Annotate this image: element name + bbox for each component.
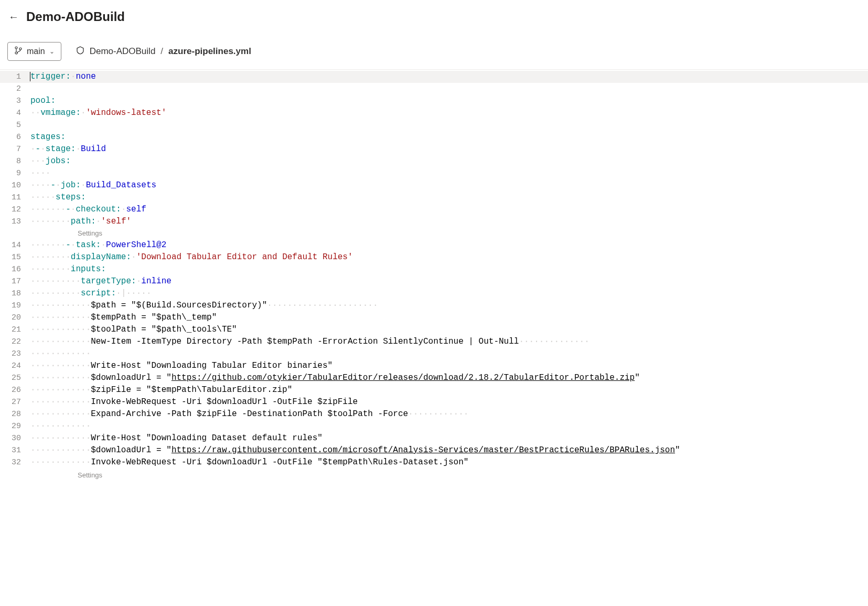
code-line[interactable]: 17··········targetType:·inline: [0, 275, 868, 288]
code-line[interactable]: 14·······-·task:·PowerShell@2: [0, 239, 868, 251]
code-line[interactable]: 10····-·job:·Build_Datasets: [0, 179, 868, 192]
branch-icon: [14, 46, 23, 57]
back-arrow-icon[interactable]: ←: [8, 11, 19, 23]
code-line[interactable]: 1 trigger:·none: [0, 71, 868, 83]
code-line[interactable]: 24············Write-Host "Downloading Ta…: [0, 360, 868, 372]
code-line[interactable]: 3pool:: [0, 95, 868, 107]
code-line[interactable]: 21············$toolPath = "$path\_tools\…: [0, 324, 868, 336]
code-line[interactable]: 27············Invoke-WebRequest -Uri $do…: [0, 396, 868, 408]
codelens-settings[interactable]: Settings: [0, 228, 868, 239]
code-line[interactable]: 23············: [0, 348, 868, 360]
breadcrumb-file: azure-pipelines.yml: [168, 46, 251, 57]
code-line[interactable]: 31············$downloadUrl = "https://ra…: [0, 444, 868, 456]
codelens-settings[interactable]: Settings: [0, 469, 868, 481]
code-line[interactable]: 25············$downloadUrl = "https://gi…: [0, 372, 868, 384]
code-line[interactable]: 30············Write-Host "Downloading Da…: [0, 432, 868, 444]
branch-selector[interactable]: main ⌄: [7, 42, 61, 61]
code-line[interactable]: 11·····steps:: [0, 192, 868, 204]
code-line[interactable]: 6stages:: [0, 131, 868, 143]
branch-name: main: [27, 47, 45, 56]
toolbar: main ⌄ Demo-ADOBuild / azure-pipelines.y…: [0, 36, 868, 70]
code-line[interactable]: 18··········script:·|·····: [0, 288, 868, 300]
code-line[interactable]: 22············New-Item -ItemType Directo…: [0, 336, 868, 348]
code-line[interactable]: 19············$path = "$(Build.SourcesDi…: [0, 300, 868, 312]
code-line[interactable]: 2: [0, 83, 868, 95]
code-editor[interactable]: 1 trigger:·none 2 3pool: 4··vmimage:·'wi…: [0, 70, 868, 481]
code-line[interactable]: 32············Invoke-WebRequest -Uri $do…: [0, 456, 868, 469]
line-number: 1: [0, 71, 30, 83]
svg-point-0: [15, 47, 17, 49]
code-line[interactable]: 4··vmimage:·'windows-latest': [0, 107, 868, 119]
code-line[interactable]: 15········displayName:·'Download Tabular…: [0, 251, 868, 263]
breadcrumb: Demo-ADOBuild / azure-pipelines.yml: [76, 46, 251, 57]
code-line[interactable]: 29············: [0, 420, 868, 432]
page-header: ← Demo-ADOBuild: [0, 0, 868, 36]
code-line[interactable]: 28············Expand-Archive -Path $zipF…: [0, 408, 868, 420]
code-line[interactable]: 16········inputs:: [0, 263, 868, 275]
breadcrumb-repo[interactable]: Demo-ADOBuild: [90, 46, 156, 57]
breadcrumb-separator: /: [160, 46, 163, 57]
chevron-down-icon: ⌄: [49, 48, 55, 55]
code-line[interactable]: 12·······-·checkout:·self: [0, 204, 868, 216]
svg-point-2: [19, 48, 22, 50]
page-title: Demo-ADOBuild: [26, 9, 125, 24]
code-line[interactable]: 26············$zipFile = "$tempPath\Tabu…: [0, 384, 868, 396]
code-line[interactable]: 7·-·stage:·Build: [0, 143, 868, 155]
code-line[interactable]: 8···jobs:: [0, 155, 868, 167]
code-line[interactable]: 5: [0, 119, 868, 131]
code-line[interactable]: 9····: [0, 167, 868, 179]
code-line[interactable]: 13········path:·'self': [0, 216, 868, 228]
repo-icon: [76, 46, 84, 57]
code-line[interactable]: 20············$tempPath = "$path\_temp": [0, 312, 868, 324]
